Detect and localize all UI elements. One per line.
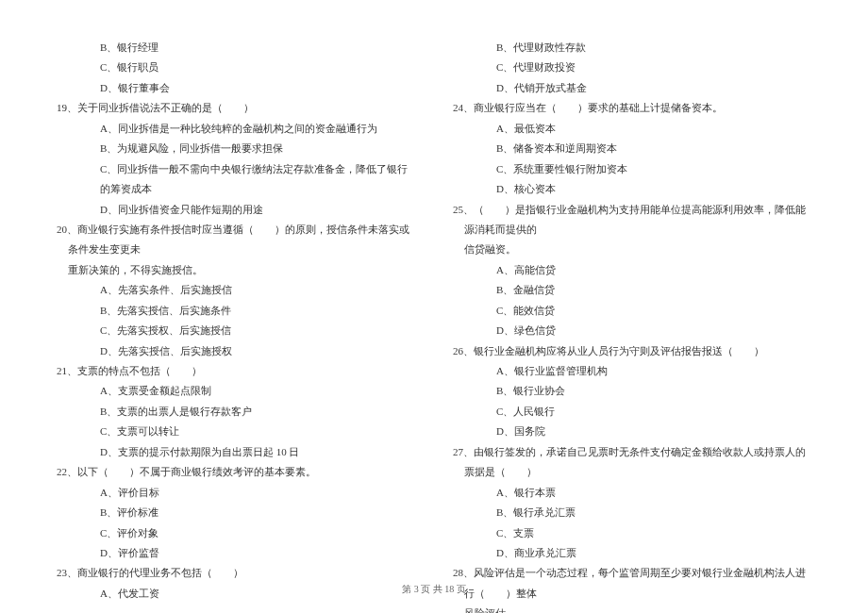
option-a: A、最低资本 [453,119,811,139]
question-22: 22、以下（ ）不属于商业银行绩效考评的基本要素。 [57,462,415,482]
option-a: A、高能信贷 [453,260,811,280]
option-d: D、支票的提示付款期限为自出票日起 10 日 [57,442,415,462]
option-c: C、代理财政投资 [453,58,811,77]
question-25: 25、（ ）是指银行业金融机构为支持用能单位提高能源利用效率，降低能源消耗而提供… [453,200,811,240]
question-20-cont: 重新决策的，不得实施授信。 [57,260,415,280]
option-b: B、为规避风险，同业拆借一般要求担保 [57,139,415,158]
option-d: D、核心资本 [453,179,811,199]
option-b: B、银行业协会 [453,381,811,401]
option-c: C、人民银行 [453,402,811,422]
option-a: A、支票受金额起点限制 [57,381,415,401]
option-c: C、银行职员 [57,58,415,77]
option-d: D、评价监督 [57,543,415,563]
option-b: B、储备资本和逆周期资本 [453,139,811,158]
question-19: 19、关于同业拆借说法不正确的是（ ） [57,98,415,118]
question-28-cont: 风险评估。 [453,604,811,613]
option-a: A、先落实条件、后实施授信 [57,280,415,300]
option-d: D、先落实授信、后实施授权 [57,341,415,361]
option-d: D、同业拆借资金只能作短期的用途 [57,200,415,220]
option-c: C、同业拆借一般不需向中央银行缴纳法定存款准备金，降低了银行的筹资成本 [57,159,415,200]
option-b: B、银行承兑汇票 [453,503,811,522]
option-d: D、绿色信贷 [453,321,811,340]
option-b: B、银行经理 [57,38,415,58]
page-content: B、银行经理 C、银行职员 D、银行董事会 19、关于同业拆借说法不正确的是（ … [57,38,811,566]
question-24: 24、商业银行应当在（ ）要求的基础上计提储备资本。 [453,98,811,118]
question-25-cont: 信贷融资。 [453,240,811,259]
option-b: B、评价标准 [57,503,415,522]
option-b: B、代理财政性存款 [453,38,811,58]
question-26: 26、银行业金融机构应将从业人员行为守则及评估报告报送（ ） [453,341,811,361]
right-column: B、代理财政性存款 C、代理财政投资 D、代销开放式基金 24、商业银行应当在（… [453,38,811,566]
option-c: C、评价对象 [57,523,415,543]
option-b: B、金融信贷 [453,280,811,300]
question-27: 27、由银行签发的，承诺自己见票时无条件支付确定金额给收款人或持票人的票据是（ … [453,442,811,483]
page-footer: 第 3 页 共 18 页 [0,583,868,596]
question-20: 20、商业银行实施有条件授信时应当遵循（ ）的原则，授信条件未落实或条件发生变更… [57,220,415,260]
option-d: D、国务院 [453,422,811,441]
question-21: 21、支票的特点不包括（ ） [57,361,415,381]
option-c: C、能效信贷 [453,301,811,321]
option-d: D、商业承兑汇票 [453,543,811,563]
option-c: C、先落实授权、后实施授信 [57,321,415,340]
option-a: A、银行业监督管理机构 [453,361,811,381]
left-column: B、银行经理 C、银行职员 D、银行董事会 19、关于同业拆借说法不正确的是（ … [57,38,415,566]
question-23: 23、商业银行的代理业务不包括（ ） [57,563,415,583]
option-a: A、银行本票 [453,483,811,503]
option-b: B、支票的出票人是银行存款客户 [57,402,415,422]
option-c: C、系统重要性银行附加资本 [453,159,811,179]
option-a: A、同业拆借是一种比较纯粹的金融机构之间的资金融通行为 [57,119,415,139]
option-c: C、支票 [453,523,811,543]
option-d: D、代销开放式基金 [453,78,811,98]
option-d: D、银行董事会 [57,78,415,98]
option-a: A、评价目标 [57,483,415,503]
option-b: B、先落实授信、后实施条件 [57,301,415,321]
option-c: C、支票可以转让 [57,422,415,441]
